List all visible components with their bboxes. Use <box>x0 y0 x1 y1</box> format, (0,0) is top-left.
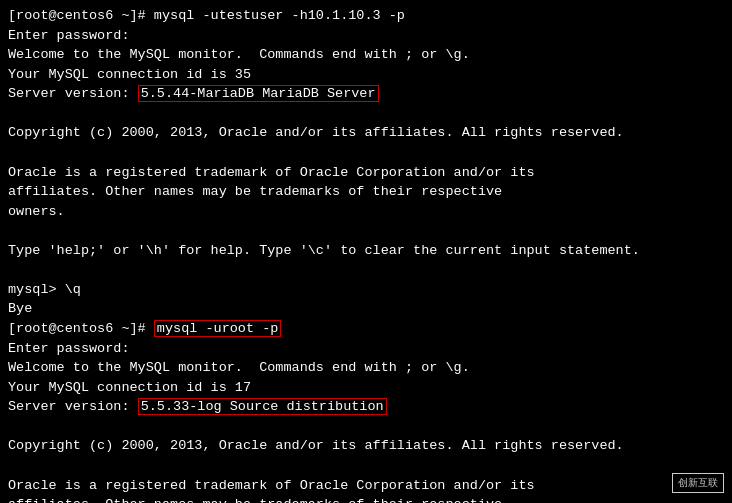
watermark-text: 创新互联 <box>678 477 718 488</box>
terminal-line: Welcome to the MySQL monitor. Commands e… <box>8 358 724 378</box>
server-version-highlight: 5.5.44-MariaDB MariaDB Server <box>138 85 379 102</box>
terminal-line: affiliates. Other names may be trademark… <box>8 495 724 503</box>
watermark: 创新互联 <box>672 473 724 494</box>
terminal-empty-line <box>8 143 724 163</box>
terminal-line: Enter password: <box>8 339 724 359</box>
terminal-line: Welcome to the MySQL monitor. Commands e… <box>8 45 724 65</box>
terminal-line: affiliates. Other names may be trademark… <box>8 182 724 202</box>
the-word: the <box>413 243 437 258</box>
terminal-line: Copyright (c) 2000, 2013, Oracle and/or … <box>8 436 724 456</box>
terminal-line-help: Type 'help;' or '\h' for help. Type '\c'… <box>8 241 724 261</box>
terminal-empty-line <box>8 456 724 476</box>
terminal-line-server-version-2: Server version: 5.5.33-log Source distri… <box>8 397 724 417</box>
terminal-line: Enter password: <box>8 26 724 46</box>
terminal-empty-line <box>8 104 724 124</box>
terminal-line: Your MySQL connection id is 35 <box>8 65 724 85</box>
terminal: [root@centos6 ~]# mysql -utestuser -h10.… <box>0 0 732 503</box>
terminal-empty-line <box>8 221 724 241</box>
terminal-line: Copyright (c) 2000, 2013, Oracle and/or … <box>8 123 724 143</box>
watermark-box: 创新互联 <box>672 473 724 494</box>
terminal-line: Oracle is a registered trademark of Orac… <box>8 476 724 496</box>
terminal-line-server-version-1: Server version: 5.5.44-MariaDB MariaDB S… <box>8 84 724 104</box>
terminal-line: Your MySQL connection id is 17 <box>8 378 724 398</box>
root-cmd-highlight: mysql -uroot -p <box>154 320 282 337</box>
terminal-line: owners. <box>8 202 724 222</box>
terminal-line-bye: Bye <box>8 299 724 319</box>
terminal-line: [root@centos6 ~]# mysql -utestuser -h10.… <box>8 6 724 26</box>
terminal-line: Oracle is a registered trademark of Orac… <box>8 163 724 183</box>
terminal-line-quit: mysql> \q <box>8 280 724 300</box>
terminal-empty-line <box>8 417 724 437</box>
server-version-2-highlight: 5.5.33-log Source distribution <box>138 398 387 415</box>
terminal-empty-line <box>8 260 724 280</box>
terminal-line-root-cmd: [root@centos6 ~]# mysql -uroot -p <box>8 319 724 339</box>
